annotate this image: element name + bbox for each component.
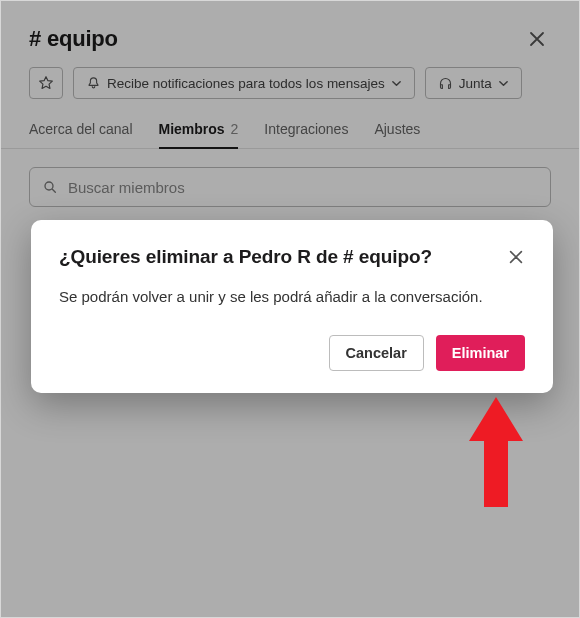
modal-body: Se podrán volver a unir y se les podrá a… [59, 286, 525, 307]
modal-title: ¿Quieres eliminar a Pedro R de # equipo? [59, 246, 432, 268]
confirm-remove-button[interactable]: Eliminar [436, 335, 525, 371]
modal-actions: Cancelar Eliminar [59, 335, 525, 371]
cancel-button[interactable]: Cancelar [329, 335, 424, 371]
close-icon [507, 248, 525, 266]
channel-details-panel: # equipo Recibe notificaciones para todo… [0, 0, 580, 618]
remove-member-modal: ¿Quieres eliminar a Pedro R de # equipo?… [31, 220, 553, 393]
modal-header: ¿Quieres eliminar a Pedro R de # equipo? [59, 246, 525, 268]
modal-close-button[interactable] [507, 248, 525, 266]
